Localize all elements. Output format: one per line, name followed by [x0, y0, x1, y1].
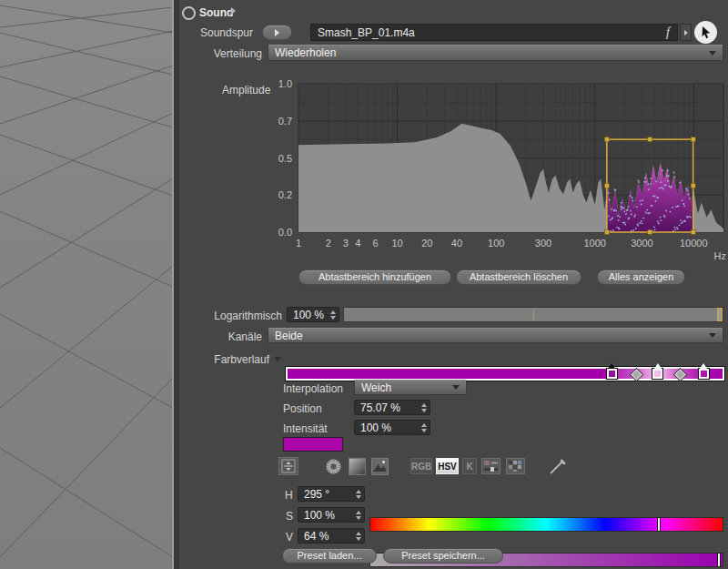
knot-pointer-icon — [608, 363, 615, 369]
channels-dropdown[interactable]: Beide — [268, 328, 723, 343]
value-stepper[interactable] — [353, 532, 364, 541]
eyedropper-button[interactable] — [546, 455, 570, 477]
chevron-down-icon — [709, 51, 716, 56]
color-mixer-button[interactable] — [481, 458, 500, 474]
header-menu-arrow-icon[interactable] — [231, 7, 236, 15]
intensity-stepper[interactable] — [419, 423, 430, 432]
delete-sample-range-button[interactable]: Abtastbereich löschen — [456, 269, 581, 285]
svg-text:40: 40 — [451, 238, 462, 249]
gradient-knot-selected[interactable] — [606, 368, 618, 380]
intensity-value-box[interactable]: 100 % — [354, 420, 430, 435]
interpolation-label: Interpolation — [283, 382, 343, 395]
saturation-value: 100 % — [298, 509, 353, 522]
preset-save-button[interactable]: Preset speichern... — [383, 548, 503, 564]
svg-text:10: 10 — [391, 238, 402, 249]
hue-stepper[interactable] — [353, 490, 364, 499]
gradient-knot-track[interactable] — [285, 362, 725, 382]
position-value-box[interactable]: 75.07 % — [354, 400, 430, 415]
logarithmic-slider-handle[interactable] — [717, 308, 723, 321]
svg-text:2: 2 — [326, 238, 331, 249]
swatches-grid-icon — [506, 458, 525, 474]
expand-vertical-icon — [281, 459, 296, 473]
hue-label: H — [285, 489, 293, 502]
bitmap-button[interactable] — [371, 458, 389, 475]
mixer-icon — [481, 458, 500, 474]
value-value-box[interactable]: 64 % — [298, 528, 365, 544]
interpolation-dropdown[interactable]: Weich — [354, 380, 467, 395]
logarithmic-value-box[interactable]: 100 % — [287, 307, 339, 322]
color-swatch[interactable] — [283, 437, 343, 452]
soundtrack-label: Soundspur — [155, 26, 253, 39]
gradient-knot[interactable] — [698, 368, 710, 380]
sound-enable-toggle[interactable] — [182, 6, 196, 20]
eyedropper-icon — [546, 455, 570, 477]
position-stepper[interactable] — [419, 403, 430, 412]
svg-text:3: 3 — [343, 238, 349, 249]
frequency-spectrum-graph[interactable]: 1234610204010030010003000100001.00.70.50… — [273, 80, 728, 262]
preset-load-button[interactable]: Preset laden... — [282, 548, 377, 564]
panel-divider[interactable] — [174, 0, 179, 569]
cursor-arrow-icon — [697, 24, 714, 41]
intensity-value: 100 % — [355, 422, 419, 434]
saturation-stepper[interactable] — [353, 511, 364, 520]
color-wheel-button[interactable] — [325, 458, 342, 475]
slider-default-tick — [533, 309, 534, 320]
mode-rgb-button[interactable]: RGB — [410, 458, 432, 474]
gradient-knot[interactable] — [652, 368, 663, 380]
hue-value: 295 ° — [298, 488, 353, 501]
soundtrack-popup-button[interactable] — [262, 25, 292, 40]
value-label: V — [286, 531, 293, 544]
channels-value: Beide — [268, 330, 709, 342]
amplitude-label: Amplitude — [222, 84, 270, 97]
svg-text:300: 300 — [535, 238, 551, 249]
show-all-button[interactable]: Alles anzeigen — [597, 269, 685, 285]
chevron-down-icon — [452, 385, 460, 390]
svg-text:4: 4 — [355, 238, 360, 249]
viewport-grid — [0, 0, 173, 569]
intensity-label: Intensität — [283, 422, 328, 435]
panel-title: Sound — [199, 6, 233, 19]
position-value: 75.07 % — [355, 401, 419, 414]
hue-slider-bar[interactable] — [369, 517, 723, 532]
svg-text:100: 100 — [488, 238, 504, 249]
interpolation-value: Weich — [355, 381, 452, 394]
soundtrack-file-name: Smash_BP_01.m4a — [311, 26, 659, 39]
color-wheel-icon — [325, 458, 342, 475]
svg-text:1: 1 — [296, 238, 301, 249]
compact-mode-button[interactable] — [278, 457, 298, 475]
soundtrack-expand-button[interactable] — [680, 24, 692, 41]
color-swatches-button[interactable] — [506, 458, 525, 474]
soundtrack-file-field[interactable]: Smash_BP_01.m4a f — [310, 24, 678, 41]
distribution-value: Wiederholen — [268, 46, 709, 59]
channels-label: Kanäle — [155, 330, 262, 343]
object-picker-button[interactable] — [694, 21, 717, 44]
chevron-right-icon — [684, 30, 688, 36]
saturation-value-box[interactable]: 100 % — [298, 507, 365, 523]
distribution-label: Verteilung — [155, 47, 262, 60]
h-slider-handle[interactable] — [657, 517, 661, 532]
3d-viewport[interactable] — [0, 0, 173, 569]
value-value: 64 % — [298, 530, 353, 543]
function-curve-icon[interactable]: f — [659, 25, 677, 40]
gradient-label: Farbverlauf — [155, 353, 269, 366]
gradient-expand-icon[interactable] — [274, 357, 281, 361]
s-slider-handle[interactable] — [717, 553, 721, 567]
svg-text:6: 6 — [372, 238, 378, 249]
saturation-label: S — [286, 510, 293, 523]
logarithmic-label: Logarithmisch — [173, 310, 282, 322]
svg-text:0.5: 0.5 — [278, 153, 292, 164]
hue-value-box[interactable]: 295 ° — [298, 486, 365, 502]
logarithmic-value: 100 % — [288, 309, 328, 321]
svg-text:10000: 10000 — [680, 238, 708, 249]
svg-text:3000: 3000 — [631, 238, 652, 249]
chevron-down-icon — [709, 333, 716, 338]
gradient-mode-button[interactable] — [349, 458, 366, 475]
mode-hsv-button[interactable]: HSV — [436, 458, 459, 474]
mode-k-button[interactable]: K — [462, 458, 477, 474]
knot-pointer-icon — [654, 363, 662, 369]
add-sample-range-button[interactable]: Abtastbereich hinzufügen — [298, 269, 451, 285]
logarithmic-slider[interactable] — [343, 307, 723, 322]
logarithmic-stepper[interactable] — [328, 310, 339, 320]
knot-pointer-icon — [700, 363, 707, 369]
distribution-dropdown[interactable]: Wiederholen — [268, 45, 723, 61]
